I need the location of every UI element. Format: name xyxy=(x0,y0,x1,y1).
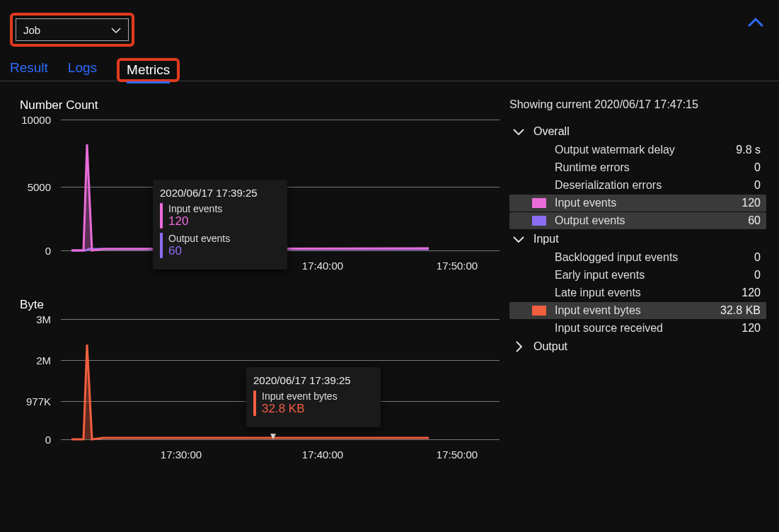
metric-late-input-events[interactable]: Late input events 120 xyxy=(509,284,766,301)
tooltip-series-label: Input events xyxy=(168,203,222,214)
group-output[interactable]: Output xyxy=(509,337,766,356)
chevron-down-icon xyxy=(111,24,121,36)
metrics-side-panel: Showing current 2020/06/17 17:47:15 Over… xyxy=(509,98,779,487)
xtick: 17:40:00 xyxy=(302,449,343,461)
collapse-panel-icon[interactable] xyxy=(748,13,763,31)
tab-result[interactable]: Result xyxy=(10,60,48,80)
ytick: 3M xyxy=(8,313,51,325)
chevron-right-icon xyxy=(512,341,525,352)
group-label: Output xyxy=(533,340,567,353)
ytick: 2M xyxy=(8,354,51,366)
chart-tooltip: 2020/06/17 17:39:25 Input events 120 Out… xyxy=(153,180,287,270)
chevron-down-icon xyxy=(512,128,525,136)
group-label: Input xyxy=(533,233,559,245)
color-swatch xyxy=(532,198,546,208)
job-select[interactable]: Job xyxy=(16,18,129,41)
metric-early-input-events[interactable]: Early input events 0 xyxy=(509,267,766,284)
group-overall[interactable]: Overall xyxy=(509,122,766,141)
xtick: 17:30:00 xyxy=(161,449,202,461)
ytick: 0 xyxy=(8,245,51,257)
tooltip-series-value: 32.8 KB xyxy=(262,402,337,416)
metric-deserialization-errors[interactable]: Deserialization errors 0 xyxy=(509,177,766,194)
xtick: 17:40:00 xyxy=(302,260,343,272)
ytick: 977K xyxy=(8,395,51,407)
job-select-highlight: Job xyxy=(10,13,134,47)
tab-metrics-highlight: Metrics xyxy=(117,58,180,82)
ytick: 10000 xyxy=(8,114,51,126)
color-swatch xyxy=(532,306,546,316)
metric-input-source-received[interactable]: Input source received 120 xyxy=(509,320,766,337)
metric-input-event-bytes[interactable]: Input event bytes 32.8 KB xyxy=(509,302,766,319)
metric-runtime-errors[interactable]: Runtime errors 0 xyxy=(509,159,766,176)
tooltip-series-label: Input event bytes xyxy=(262,391,337,402)
tooltip-series-value: 60 xyxy=(168,244,230,258)
chart-title: Byte xyxy=(20,298,509,312)
tooltip-time: 2020/06/17 17:39:25 xyxy=(160,187,276,199)
xtick: 17:50:00 xyxy=(437,449,478,461)
chevron-down-icon xyxy=(512,236,525,243)
xtick: 17:50:00 xyxy=(437,260,478,272)
color-swatch xyxy=(532,216,546,226)
tab-logs[interactable]: Logs xyxy=(68,60,97,80)
metric-output-events[interactable]: Output events 60 xyxy=(509,212,766,229)
tooltip-time: 2020/06/17 17:39:25 xyxy=(253,374,369,386)
group-input[interactable]: Input xyxy=(509,230,766,248)
tooltip-series-value: 120 xyxy=(168,214,222,229)
chart-tooltip: 2020/06/17 17:39:25 Input event bytes 32… xyxy=(246,367,381,427)
tab-bar: Result Logs Metrics xyxy=(0,47,779,82)
chart-byte: Byte 3M 2M 977K 0 2020/06/17 17:39:25 xyxy=(13,298,509,467)
group-label: Overall xyxy=(533,125,570,138)
side-header: Showing current 2020/06/17 17:47:15 xyxy=(509,98,766,111)
tooltip-series-label: Output events xyxy=(168,233,230,244)
job-select-label: Job xyxy=(23,24,40,36)
ytick: 5000 xyxy=(8,181,51,193)
chart-number-count: Number Count 10000 5000 0 xyxy=(13,98,509,278)
metric-output-watermark-delay[interactable]: Output watermark delay 9.8 s xyxy=(509,141,766,158)
metric-backlogged-input-events[interactable]: Backlogged input events 0 xyxy=(509,249,766,266)
chart-title: Number Count xyxy=(20,98,509,112)
ytick: 0 xyxy=(8,434,51,446)
tab-metrics[interactable]: Metrics xyxy=(127,62,170,83)
metric-input-events[interactable]: Input events 120 xyxy=(509,195,766,212)
